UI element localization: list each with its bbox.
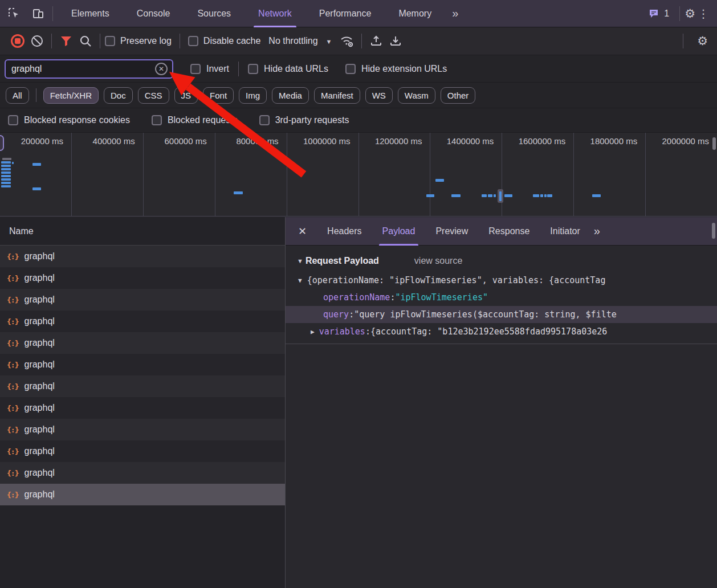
chip-wasm[interactable]: Wasm bbox=[398, 87, 435, 104]
hide-data-urls-toggle[interactable]: Hide data URLs bbox=[248, 64, 328, 74]
throttling-dropdown[interactable]: No throttling ▼ bbox=[260, 36, 337, 46]
chip-manifest[interactable]: Manifest bbox=[314, 87, 360, 104]
blocked-response-cookies-toggle[interactable]: Blocked response cookies bbox=[8, 115, 130, 125]
request-row[interactable]: {:}graphql bbox=[0, 462, 285, 484]
xhr-json-icon: {:} bbox=[7, 252, 18, 261]
hide-extension-urls-toggle[interactable]: Hide extension URLs bbox=[345, 64, 447, 74]
chip-img[interactable]: Img bbox=[239, 87, 267, 104]
payload-root-object[interactable]: ▼ {operationName: "ipFlowTimeseries", va… bbox=[286, 272, 717, 289]
request-row[interactable]: {:}graphql bbox=[0, 332, 285, 354]
request-row-selected[interactable]: {:}graphql bbox=[0, 484, 285, 505]
divider bbox=[679, 6, 680, 21]
detail-tabs-scrollbar[interactable] bbox=[712, 223, 715, 239]
expand-icon[interactable]: ▶ bbox=[311, 328, 315, 336]
device-toolbar-icon[interactable] bbox=[28, 4, 48, 23]
chip-other[interactable]: Other bbox=[441, 87, 476, 104]
separator: : bbox=[365, 326, 370, 337]
chip-js[interactable]: JS bbox=[174, 87, 198, 104]
disable-cache-toggle[interactable]: Disable cache bbox=[188, 36, 261, 46]
more-detail-tabs-icon[interactable]: » bbox=[594, 224, 600, 238]
record-network-log-button[interactable] bbox=[8, 31, 27, 51]
filter-funnel-icon[interactable] bbox=[56, 31, 76, 51]
overview-handle[interactable] bbox=[0, 135, 4, 151]
export-har-icon[interactable] bbox=[386, 31, 405, 51]
request-payload-title: Request Payload bbox=[305, 256, 379, 266]
filter-input[interactable] bbox=[11, 64, 155, 74]
tab-preview[interactable]: Preview bbox=[435, 217, 468, 246]
settings-gear-icon[interactable]: ⚙ bbox=[685, 7, 695, 21]
chip-font[interactable]: Font bbox=[203, 87, 234, 104]
clear-network-log-icon[interactable] bbox=[27, 31, 47, 51]
tab-performance[interactable]: Performance bbox=[317, 0, 374, 27]
xhr-json-icon: {:} bbox=[7, 447, 18, 456]
invert-checkbox[interactable] bbox=[190, 64, 201, 74]
disable-cache-label: Disable cache bbox=[203, 36, 261, 46]
request-row[interactable]: {:}graphql bbox=[0, 246, 285, 267]
filter-input-box[interactable]: ✕ bbox=[5, 59, 173, 79]
tab-sources[interactable]: Sources bbox=[195, 0, 233, 27]
tab-elements[interactable]: Elements bbox=[69, 0, 112, 27]
name-column-header[interactable]: Name bbox=[0, 217, 285, 246]
chip-css[interactable]: CSS bbox=[138, 87, 169, 104]
payload-variables-row[interactable]: ▶ variables: {accountTag: "b12e3b2192ee5… bbox=[286, 323, 717, 340]
tab-console[interactable]: Console bbox=[135, 0, 173, 27]
view-source-link[interactable]: view source bbox=[414, 256, 462, 266]
blocked-response-cookies-label: Blocked response cookies bbox=[24, 115, 130, 125]
third-party-requests-label: 3rd-party requests bbox=[275, 115, 349, 125]
request-row[interactable]: {:}graphql bbox=[0, 267, 285, 289]
payload-operation-name-row[interactable]: operationName: "ipFlowTimeseries" bbox=[286, 289, 717, 306]
chip-ws[interactable]: WS bbox=[365, 87, 393, 104]
tab-network[interactable]: Network bbox=[256, 0, 294, 27]
chip-all[interactable]: All bbox=[6, 87, 29, 104]
search-icon[interactable] bbox=[76, 31, 95, 51]
invert-toggle[interactable]: Invert bbox=[190, 64, 229, 74]
request-row[interactable]: {:}graphql bbox=[0, 397, 285, 419]
tab-memory[interactable]: Memory bbox=[396, 0, 434, 27]
tab-payload[interactable]: Payload bbox=[382, 217, 415, 246]
request-row[interactable]: {:}graphql bbox=[0, 419, 285, 440]
disable-cache-checkbox[interactable] bbox=[188, 36, 198, 46]
import-har-icon[interactable] bbox=[366, 31, 386, 51]
request-row[interactable]: {:}graphql bbox=[0, 311, 285, 332]
issues-button[interactable]: 1 bbox=[649, 8, 669, 19]
third-party-requests-checkbox[interactable] bbox=[259, 115, 270, 125]
payload-query-row-selected[interactable]: query: "query ipFlowTimeseries($accountT… bbox=[286, 306, 717, 323]
chip-fetch-xhr[interactable]: Fetch/XHR bbox=[43, 87, 99, 104]
network-conditions-icon[interactable] bbox=[337, 31, 357, 51]
chip-doc[interactable]: Doc bbox=[104, 87, 133, 104]
devtools-tabbar: Elements Console Sources Network Perform… bbox=[0, 0, 717, 27]
hide-extension-urls-checkbox[interactable] bbox=[345, 64, 356, 74]
collapse-icon[interactable]: ▼ bbox=[297, 258, 303, 264]
timeline-scrollbar[interactable] bbox=[712, 137, 716, 150]
tab-response[interactable]: Response bbox=[488, 217, 529, 246]
payload-value: "ipFlowTimeseries" bbox=[395, 292, 488, 303]
blocked-requests-checkbox[interactable] bbox=[152, 115, 162, 125]
inspect-element-icon[interactable] bbox=[5, 4, 24, 23]
close-icon[interactable]: ✕ bbox=[298, 225, 307, 238]
third-party-requests-toggle[interactable]: 3rd-party requests bbox=[259, 115, 349, 125]
waterfall-bars bbox=[0, 133, 717, 216]
preserve-log-checkbox[interactable] bbox=[105, 36, 115, 46]
preserve-log-toggle[interactable]: Preserve log bbox=[105, 36, 172, 46]
network-settings-gear-icon[interactable]: ⚙ bbox=[697, 34, 708, 48]
request-row[interactable]: {:}graphql bbox=[0, 375, 285, 397]
chip-media[interactable]: Media bbox=[272, 87, 309, 104]
more-options-icon[interactable]: ⋮ bbox=[698, 7, 709, 21]
tab-initiator[interactable]: Initiator bbox=[550, 217, 580, 246]
collapse-icon[interactable]: ▼ bbox=[298, 277, 302, 284]
blocked-requests-label: Blocked requests bbox=[168, 115, 238, 125]
xhr-json-icon: {:} bbox=[7, 404, 18, 413]
clear-filter-icon[interactable]: ✕ bbox=[155, 63, 168, 75]
hide-data-urls-checkbox[interactable] bbox=[248, 64, 258, 74]
devtools-window: Elements Console Sources Network Perform… bbox=[0, 0, 717, 588]
request-name: graphql bbox=[24, 273, 54, 283]
separator: : bbox=[349, 309, 354, 320]
network-overview-timeline[interactable]: 200000 ms 400000 ms 600000 ms 800000 ms … bbox=[0, 133, 717, 217]
more-tabs-icon[interactable]: » bbox=[452, 7, 458, 20]
request-row[interactable]: {:}graphql bbox=[0, 289, 285, 311]
tab-headers[interactable]: Headers bbox=[327, 217, 361, 246]
request-row[interactable]: {:}graphql bbox=[0, 354, 285, 375]
blocked-response-cookies-checkbox[interactable] bbox=[8, 115, 18, 125]
request-row[interactable]: {:}graphql bbox=[0, 440, 285, 462]
blocked-requests-toggle[interactable]: Blocked requests bbox=[152, 115, 238, 125]
